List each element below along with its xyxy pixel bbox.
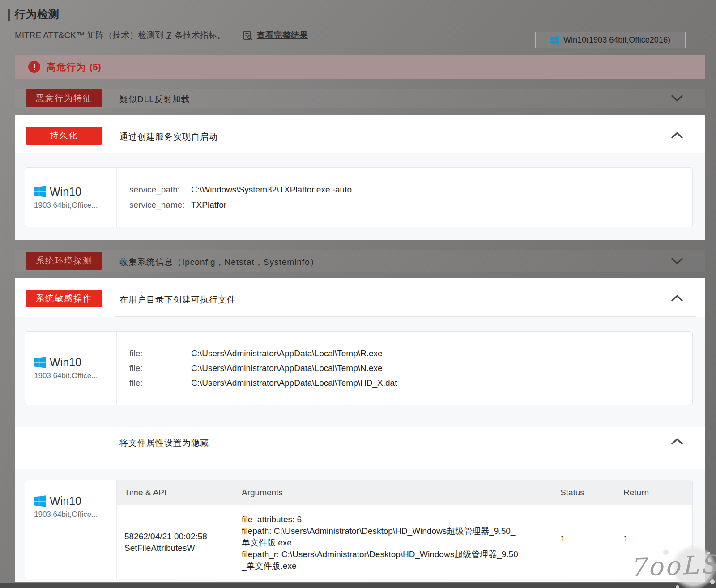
env-badge-label: Win10(1903 64bit,Office2016) bbox=[563, 35, 670, 45]
page-title-row: 行为检测 bbox=[8, 7, 60, 21]
cell-return: 1 bbox=[616, 505, 692, 579]
section-title-env-probe: 收集系统信息（Ipconfig，Netstat，Systeminfo） bbox=[119, 256, 319, 268]
machine-panel: Win10 1903 64bit,Office... bbox=[25, 168, 117, 227]
section-title-persistence: 通过创建服务实现自启动 bbox=[119, 131, 218, 143]
machine-subtitle: 1903 64bit,Office... bbox=[34, 510, 98, 519]
table-row: 58262/04/21 00:02:58 SetFileAttributesW … bbox=[117, 505, 692, 579]
cell-time-api: 58262/04/21 00:02:58 SetFileAttributesW bbox=[117, 505, 242, 579]
header-status: Status bbox=[553, 488, 616, 498]
mitre-summary: MITRE ATT&CK™ 矩阵（技术）检测到 7 条技术指标。 查看完整结果 bbox=[15, 30, 308, 41]
header-return: Return bbox=[616, 488, 692, 498]
bottom-bar bbox=[0, 583, 716, 588]
time-line: 58262/04/21 00:02:58 bbox=[124, 531, 242, 542]
tag-button-persistence[interactable]: 持久化 bbox=[26, 127, 102, 145]
kv-value: C:\Users\Administrator\AppData\Local\Tem… bbox=[191, 378, 397, 388]
page-title: 行为检测 bbox=[15, 7, 60, 21]
kv-key: service_path: bbox=[129, 185, 191, 195]
kv-row: service_path: C:\Windows\System32\TXPlat… bbox=[129, 185, 692, 195]
machine-panel: Win10 1903 64bit,Office... bbox=[25, 332, 117, 405]
kv-value: C:\Users\Administrator\AppData\Local\Tem… bbox=[191, 349, 383, 358]
tag-button-sensitive[interactable]: 系统敏感操作 bbox=[26, 290, 102, 307]
section-panel-persistence: 持久化 通过创建服务实现自启动 Win10 1903 64bit,Office.… bbox=[15, 115, 705, 240]
kv-key: file: bbox=[129, 363, 191, 373]
machine-name: Win10 bbox=[50, 356, 81, 369]
cell-status: 1 bbox=[553, 505, 616, 579]
kv-row: service_name: TXPlatfor bbox=[129, 200, 692, 210]
section-title-hide-attr: 将文件属性设置为隐藏 bbox=[119, 437, 209, 449]
section-row-malicious[interactable]: 恶意行为特征 疑似DLL反射加载 bbox=[15, 89, 705, 108]
detection-card-files: Win10 1903 64bit,Office... file: C:\User… bbox=[25, 331, 693, 405]
kv-value: C:\Windows\System32\TXPlatfor.exe -auto bbox=[191, 185, 352, 195]
title-accent-bar bbox=[8, 9, 10, 21]
divider bbox=[115, 469, 696, 469]
kv-value: TXPlatfor bbox=[191, 200, 226, 210]
kv-key: file: bbox=[129, 349, 191, 358]
machine-name: Win10 bbox=[50, 185, 81, 198]
chevron-up-icon[interactable] bbox=[671, 295, 683, 302]
header-time-api: Time & API bbox=[117, 488, 242, 498]
env-badge[interactable]: Win10(1903 64bit,Office2016) bbox=[535, 32, 686, 48]
file-row: file: C:\Users\Administrator\AppData\Loc… bbox=[129, 349, 692, 358]
high-risk-count: (5) bbox=[90, 62, 101, 72]
doc-search-icon bbox=[243, 30, 253, 41]
kv-key: service_name: bbox=[129, 200, 191, 210]
file-row: file: C:\Users\Administrator\AppData\Loc… bbox=[129, 363, 692, 373]
section-title-malicious: 疑似DLL反射加载 bbox=[119, 94, 190, 105]
file-row: file: C:\Users\Administrator\AppData\Loc… bbox=[129, 378, 692, 388]
machine-panel: Win10 1903 64bit,Office... bbox=[25, 480, 117, 579]
mitre-summary-suffix: 条技术指标。 bbox=[175, 30, 226, 41]
high-risk-label: 高危行为 bbox=[47, 61, 86, 73]
windows-logo-icon bbox=[550, 36, 559, 45]
args-line: _单文件版.exe bbox=[242, 560, 553, 572]
mitre-summary-prefix: MITRE ATT&CK™ 矩阵（技术）检测到 bbox=[15, 30, 163, 41]
kv-key: file: bbox=[129, 378, 191, 388]
tag-button-env-probe[interactable]: 系统环境探测 bbox=[26, 252, 102, 270]
windows-logo-icon bbox=[34, 186, 46, 197]
behavior-detection-page: 行为检测 MITRE ATT&CK™ 矩阵（技术）检测到 7 条技术指标。 查看… bbox=[0, 0, 716, 588]
alert-icon bbox=[28, 61, 40, 73]
chevron-up-icon[interactable] bbox=[671, 438, 683, 445]
high-risk-banner[interactable]: 高危行为 (5) bbox=[15, 55, 705, 79]
header-arguments: Arguments bbox=[242, 488, 553, 498]
table-header-row: Time & API Arguments Status Return bbox=[117, 480, 692, 505]
args-line: filepath: C:\Users\Administrator\Desktop… bbox=[242, 525, 553, 537]
divider bbox=[115, 316, 696, 317]
section-panel-sensitive: 系统敏感操作 在用户目录下创建可执行文件 Win10 1903 64bit,Of… bbox=[15, 278, 705, 582]
windows-logo-icon bbox=[34, 357, 46, 368]
indicator-count: 7 bbox=[166, 30, 171, 40]
tag-button-malicious[interactable]: 恶意行为特征 bbox=[26, 89, 102, 107]
chevron-down-icon[interactable] bbox=[671, 95, 683, 102]
chevron-down-icon[interactable] bbox=[671, 258, 683, 264]
machine-subtitle: 1903 64bit,Office... bbox=[34, 201, 98, 210]
divider bbox=[115, 153, 696, 153]
machine-name: Win10 bbox=[50, 494, 81, 507]
detection-card-service: Win10 1903 64bit,Office... service_path:… bbox=[25, 167, 693, 227]
kv-value: C:\Users\Administrator\AppData\Local\Tem… bbox=[191, 363, 383, 373]
api-line: SetFileAttributesW bbox=[124, 542, 242, 554]
args-line: file_attributes: 6 bbox=[242, 514, 553, 525]
detection-card-api-table: Win10 1903 64bit,Office... Time & API Ar… bbox=[25, 480, 693, 579]
section-row-env-probe[interactable]: 系统环境探测 收集系统信息（Ipconfig，Netstat，Systeminf… bbox=[15, 250, 705, 272]
args-line: 单文件版.exe bbox=[242, 537, 553, 549]
chevron-up-icon[interactable] bbox=[671, 132, 683, 139]
machine-subtitle: 1903 64bit,Office... bbox=[34, 371, 98, 380]
args-line: filepath_r: C:\Users\Administrator\Deskt… bbox=[242, 549, 553, 560]
view-full-results-link[interactable]: 查看完整结果 bbox=[257, 30, 308, 41]
section-title-sensitive: 在用户目录下创建可执行文件 bbox=[119, 294, 236, 306]
cell-arguments: file_attributes: 6 filepath: C:\Users\Ad… bbox=[242, 505, 553, 579]
windows-logo-icon bbox=[34, 495, 46, 507]
